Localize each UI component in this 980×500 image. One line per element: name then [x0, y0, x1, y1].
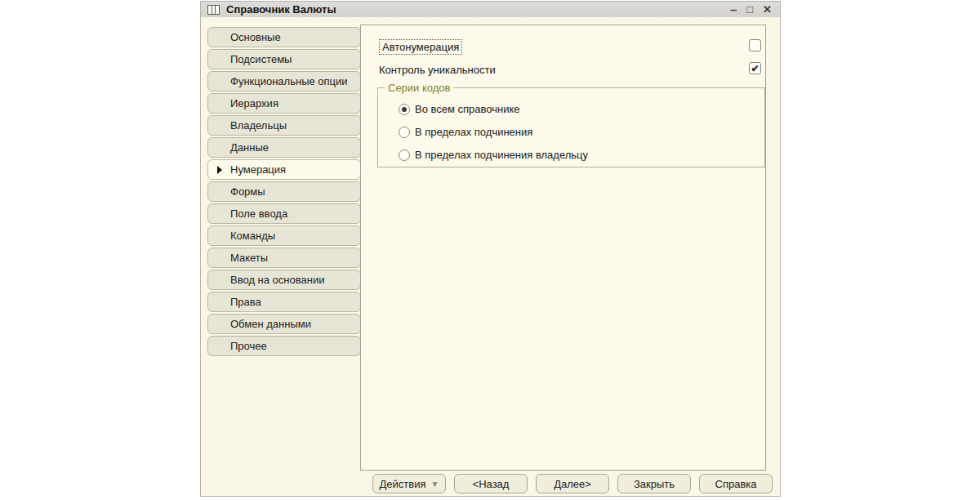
tab-label: Основные: [230, 31, 281, 43]
uniqueness-checkbox[interactable]: ✔: [749, 62, 761, 74]
radio-icon: [399, 150, 410, 161]
tab-label: Команды: [230, 230, 275, 242]
radio-label: Во всем справочнике: [415, 103, 520, 115]
autonumbering-row: Автонумерация: [379, 39, 462, 54]
numeration-panel: Автонумерация Контроль уникальности ✔ Се…: [360, 25, 766, 471]
tab-label: Обмен данными: [230, 318, 311, 330]
tab-12[interactable]: Ввод на основании: [207, 270, 361, 290]
tab-list: ОсновныеПодсистемыФункциональные опцииИе…: [207, 27, 361, 358]
button-3[interactable]: Далее>: [536, 474, 609, 493]
window-controls: – □ ✕: [730, 4, 775, 15]
tab-label: Права: [230, 296, 261, 308]
code-series-group: Серии кодов Во всем справочникеВ предела…: [377, 87, 765, 167]
tab-3[interactable]: Функциональные опции: [207, 71, 361, 92]
uniqueness-label[interactable]: Контроль уникальности: [379, 64, 496, 76]
button-label: <Назад: [473, 478, 510, 490]
button-label: Закрыть: [634, 478, 675, 490]
footer-buttons: Действия▼<НазадДалее>ЗакрытьСправка: [372, 474, 773, 493]
radio-label: В пределах подчинения: [415, 126, 532, 138]
tab-label: Поле ввода: [230, 208, 287, 220]
tab-6[interactable]: Данные: [207, 137, 361, 158]
tab-1[interactable]: Основные: [207, 27, 361, 47]
button-label: Далее>: [554, 478, 591, 490]
tab-9[interactable]: Поле ввода: [207, 203, 361, 224]
dropdown-arrow-icon: ▼: [431, 480, 439, 489]
maximize-icon[interactable]: □: [746, 4, 753, 15]
radio-option-1[interactable]: Во всем справочнике: [399, 103, 520, 115]
code-series-group-label: Серии кодов: [385, 82, 453, 94]
minimize-icon[interactable]: –: [730, 4, 737, 15]
tab-label: Прочее: [230, 340, 267, 352]
tab-label: Формы: [230, 185, 265, 198]
autonumbering-checkbox[interactable]: [749, 39, 761, 51]
radio-option-3[interactable]: В пределах подчинения владельцу: [399, 149, 588, 161]
button-5[interactable]: Справка: [699, 474, 773, 493]
tab-label: Макеты: [230, 252, 268, 264]
button-label: Справка: [715, 478, 757, 490]
tab-label: Владельцы: [230, 119, 287, 132]
radio-icon: [399, 127, 410, 138]
button-4[interactable]: Закрыть: [617, 474, 691, 493]
tab-2[interactable]: Подсистемы: [207, 49, 361, 69]
tab-label: Функциональные опции: [230, 75, 348, 87]
tab-7[interactable]: Нумерация: [207, 159, 361, 180]
tab-label: Иерархия: [230, 97, 278, 109]
titlebar: Справочник Валюты – □ ✕: [201, 2, 780, 18]
tab-label: Данные: [230, 141, 269, 154]
tab-5[interactable]: Владельцы: [207, 115, 361, 136]
tab-label: Подсистемы: [230, 53, 292, 65]
button-2[interactable]: <Назад: [454, 474, 528, 493]
window-title: Справочник Валюты: [226, 3, 730, 16]
tab-10[interactable]: Команды: [207, 225, 361, 246]
close-icon[interactable]: ✕: [763, 4, 772, 15]
button-label: Действия: [380, 478, 426, 490]
autonumbering-label[interactable]: Автонумерация: [379, 39, 462, 55]
radio-label: В пределах подчинения владельцу: [415, 149, 588, 161]
tab-4[interactable]: Иерархия: [207, 93, 361, 114]
client-area: ОсновныеПодсистемыФункциональные опцииИе…: [201, 18, 780, 496]
uniqueness-row: Контроль уникальности: [379, 62, 496, 77]
tab-8[interactable]: Формы: [207, 181, 361, 202]
catalog-icon: [207, 5, 220, 15]
selected-tab-marker-icon: [217, 166, 222, 174]
tab-11[interactable]: Макеты: [207, 248, 361, 268]
radio-option-2[interactable]: В пределах подчинения: [399, 126, 532, 138]
tab-14[interactable]: Обмен данными: [207, 314, 361, 334]
tab-label: Нумерация: [230, 163, 286, 176]
tab-13[interactable]: Права: [207, 292, 361, 312]
tab-label: Ввод на основании: [230, 274, 324, 286]
tab-15[interactable]: Прочее: [207, 336, 361, 356]
dialog-window: Справочник Валюты – □ ✕ ОсновныеПодсисте…: [200, 1, 781, 497]
button-1[interactable]: Действия▼: [372, 474, 446, 493]
radio-icon: [399, 104, 410, 115]
